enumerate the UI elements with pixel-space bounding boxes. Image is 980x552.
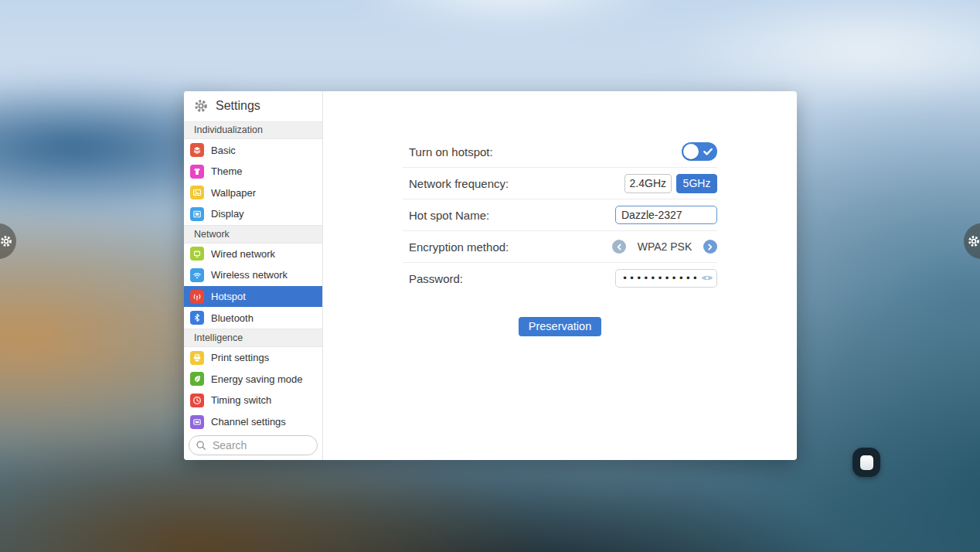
sidebar-item-label: Hotspot bbox=[211, 291, 246, 302]
preservation-button[interactable]: Preservation bbox=[519, 317, 601, 336]
sidebar-item-label: Theme bbox=[211, 165, 242, 177]
sidebar-item-wireless-network[interactable]: Wireless network bbox=[184, 264, 322, 286]
sidebar-item-wired-network[interactable]: Wired network bbox=[184, 244, 322, 265]
search-box[interactable] bbox=[189, 435, 318, 455]
sidebar-item-label: Timing switch bbox=[211, 394, 271, 406]
settings-gear-icon bbox=[194, 99, 208, 113]
network-frequency-label: Network frequency: bbox=[403, 177, 509, 190]
password-row: Password: bbox=[403, 263, 717, 294]
check-icon bbox=[703, 146, 713, 160]
sidebar-item-theme[interactable]: Theme bbox=[184, 161, 322, 182]
sidebar-item-label: Bluetooth bbox=[211, 312, 254, 324]
hotspot-name-row: Hot spot Name: bbox=[403, 199, 717, 231]
sidebar-item-energy-saving-mode[interactable]: Energy saving mode bbox=[184, 368, 322, 390]
theme-icon bbox=[190, 165, 204, 179]
sidebar-item-label: Wired network bbox=[211, 248, 275, 260]
floating-nav-button[interactable] bbox=[852, 448, 880, 477]
page-title: Settings bbox=[216, 99, 260, 113]
frequency-segmented-control: 2.4GHz 5GHz bbox=[624, 174, 717, 193]
sidebar-item-label: Wallpaper bbox=[211, 187, 256, 199]
network-frequency-row: Network frequency: 2.4GHz 5GHz bbox=[403, 168, 717, 199]
sidebar-item-label: Energy saving mode bbox=[211, 373, 303, 385]
sidebar-item-hotspot[interactable]: Hotspot bbox=[184, 286, 322, 308]
sidebar-item-bluetooth[interactable]: Bluetooth bbox=[184, 307, 322, 329]
hotspot-settings-panel: Turn on hotspot: Network frequency: 2.4G… bbox=[323, 91, 797, 460]
frequency-option-5ghz[interactable]: 5GHz bbox=[676, 174, 717, 193]
password-label: Password: bbox=[403, 272, 463, 285]
toggle-knob bbox=[683, 144, 699, 159]
sidebar-item-wallpaper[interactable]: Wallpaper bbox=[184, 182, 322, 204]
section-header-individualization: Individualization bbox=[184, 121, 322, 140]
password-field bbox=[615, 269, 717, 288]
sidebar-item-label: Display bbox=[211, 208, 244, 220]
settings-dialog: Settings Individualization Basic Theme W… bbox=[184, 91, 797, 460]
wireless-network-icon bbox=[190, 268, 204, 282]
eye-icon[interactable] bbox=[701, 274, 713, 282]
channel-icon bbox=[190, 415, 204, 429]
sidebar-item-basic[interactable]: Basic bbox=[184, 139, 322, 161]
sidebar-item-label: Print settings bbox=[211, 352, 269, 363]
encryption-method-row: Encryption method: WPA2 PSK bbox=[403, 231, 717, 263]
sidebar-item-timing-switch[interactable]: Timing switch bbox=[184, 390, 322, 411]
bluetooth-icon bbox=[190, 311, 204, 325]
hotspot-name-label: Hot spot Name: bbox=[403, 209, 489, 222]
gear-icon bbox=[968, 235, 980, 247]
sidebar-item-display[interactable]: Display bbox=[184, 203, 322, 225]
title-bar: Settings bbox=[184, 91, 322, 121]
encryption-selector: WPA2 PSK bbox=[612, 240, 717, 254]
hotspot-icon bbox=[190, 290, 204, 304]
sidebar-item-channel-settings[interactable]: Channel settings bbox=[184, 411, 322, 433]
chevron-left-icon[interactable] bbox=[612, 240, 626, 254]
display-icon bbox=[190, 207, 204, 221]
button-row: Preservation bbox=[403, 317, 717, 336]
sidebar-item-label: Channel settings bbox=[211, 416, 286, 428]
printer-icon bbox=[190, 351, 204, 365]
encryption-method-value: WPA2 PSK bbox=[638, 240, 692, 253]
clock-icon bbox=[190, 394, 204, 407]
sidebar-item-label: Wireless network bbox=[211, 269, 288, 281]
section-header-intelligence: Intelligence bbox=[184, 329, 322, 347]
settings-sidebar: Settings Individualization Basic Theme W… bbox=[184, 91, 323, 460]
sidebar-item-print-settings[interactable]: Print settings bbox=[184, 347, 322, 369]
home-square-icon bbox=[860, 455, 873, 470]
leaf-icon bbox=[190, 372, 204, 386]
wallpaper-icon bbox=[190, 186, 204, 199]
search-icon bbox=[196, 440, 206, 451]
hotspot-toggle[interactable] bbox=[682, 142, 717, 161]
sidebar-item-label: Basic bbox=[211, 145, 236, 156]
frequency-option-24ghz[interactable]: 2.4GHz bbox=[624, 174, 672, 193]
turn-on-hotspot-row: Turn on hotspot: bbox=[403, 136, 717, 168]
hotspot-name-input[interactable] bbox=[615, 206, 717, 224]
encryption-method-label: Encryption method: bbox=[403, 240, 509, 254]
search-input[interactable] bbox=[211, 438, 307, 452]
wired-network-icon bbox=[190, 247, 204, 261]
turn-on-hotspot-label: Turn on hotspot: bbox=[403, 145, 493, 158]
section-header-network: Network bbox=[184, 225, 322, 244]
chevron-right-icon[interactable] bbox=[703, 240, 717, 254]
gear-icon bbox=[0, 235, 12, 247]
basic-icon bbox=[190, 143, 204, 157]
